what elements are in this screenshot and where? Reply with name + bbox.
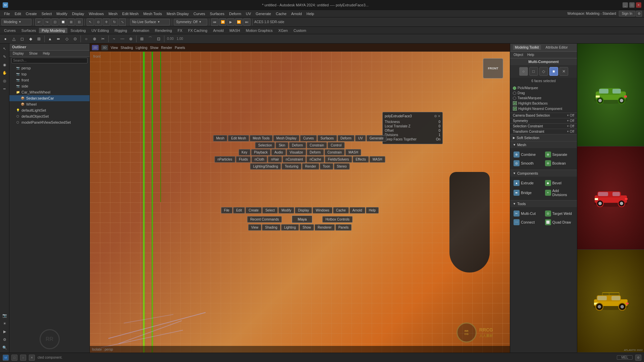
tb-btn-4[interactable]: 🔲 xyxy=(59,18,67,26)
hotbox-surfaces[interactable]: Surfaces xyxy=(318,135,337,141)
mesh-section-header[interactable]: ▼ Mesh xyxy=(510,141,577,148)
mode-object[interactable]: ○ xyxy=(519,67,528,76)
toolkit-help-menu[interactable]: Help xyxy=(526,53,536,57)
hotbox-selection[interactable]: Selection xyxy=(255,142,275,148)
hotbox-render[interactable]: Render xyxy=(302,163,319,170)
tb-btn-3[interactable]: ⊡ xyxy=(51,18,59,26)
flatten-icon[interactable]: ━ xyxy=(1,85,8,93)
hotbox-ncache[interactable]: nCache xyxy=(307,156,324,163)
option-highlight-nearest[interactable]: ✓ Highlight Nearest Component xyxy=(513,106,574,111)
outliner-item-lightset[interactable]: 💡 defaultLightSet xyxy=(9,107,90,113)
menu-generate[interactable]: Generate xyxy=(254,11,273,16)
menu-edit-mesh[interactable]: Edit Mesh xyxy=(120,11,141,16)
sculpt-icon[interactable]: ◉ xyxy=(1,61,8,68)
component-tool-add-divisions[interactable]: + Add Divisions xyxy=(544,188,575,197)
tab-fx[interactable]: FX xyxy=(175,28,185,33)
tool-quad-draw[interactable]: ⬜ Quad Draw xyxy=(544,219,575,226)
playback-play[interactable]: ▶ xyxy=(227,18,234,26)
hotbox-toon[interactable]: Toon xyxy=(320,163,333,170)
hotbox-controls[interactable]: Hotbox Controls xyxy=(322,216,353,223)
select-tool[interactable]: ↖ xyxy=(87,18,94,26)
icontool-combine[interactable]: ⋯ xyxy=(118,35,126,43)
outliner-item-carwheel[interactable]: 📁 Car_WheelWheel xyxy=(9,89,90,95)
rotate-tool[interactable]: ↻ xyxy=(111,18,118,26)
menu-cache[interactable]: Cache xyxy=(274,11,288,16)
maximize-button[interactable]: □ xyxy=(629,2,635,8)
highlight-nearest-check[interactable]: ✓ xyxy=(513,107,517,111)
hotbox-panels[interactable]: Panels xyxy=(335,224,352,231)
hotbox-mesh[interactable]: Mesh xyxy=(213,135,227,141)
outliner-item-objectset[interactable]: ⬡ defaultObjectSet xyxy=(9,113,90,119)
component-tool-bridge[interactable]: ⬌ Bridge xyxy=(513,188,543,197)
highlight-backfaces-check[interactable]: ✓ xyxy=(513,101,517,105)
icontool-merge[interactable]: ⊙ xyxy=(71,35,79,43)
settings-button[interactable]: ⚙ xyxy=(636,11,642,17)
icontool-select[interactable]: ● xyxy=(1,35,9,43)
mesh-tool-combine[interactable]: ⊕ Combine xyxy=(513,151,543,158)
tab-mash[interactable]: MASH xyxy=(227,28,243,33)
mode-edge[interactable]: ◇ xyxy=(539,67,548,76)
outliner-item-side[interactable]: 📷 side xyxy=(9,83,90,89)
hotbox-renderer[interactable]: Renderer xyxy=(315,224,335,231)
hotbox-key[interactable]: Key xyxy=(238,149,250,156)
tab-curves[interactable]: Curves xyxy=(1,28,18,33)
tab-motion-graphics[interactable]: Motion Graphics xyxy=(243,28,275,33)
mesh-tool-boolean[interactable]: ⊖ Boolean xyxy=(544,160,575,167)
tab-modeling-toolkit[interactable]: Modeling Toolkit xyxy=(513,45,541,50)
tb-btn-5[interactable]: ⊞ xyxy=(67,18,75,26)
viewport-menu-view[interactable]: View xyxy=(111,46,118,50)
tab-rigging[interactable]: Rigging xyxy=(112,28,130,33)
hotbox-shading[interactable]: Shading xyxy=(262,224,280,231)
mesh-tool-separate[interactable]: ⊗ Separate xyxy=(544,151,575,158)
search-icon[interactable]: 🔍 xyxy=(1,344,8,351)
outliner-item-sedan[interactable]: 📦 Sedan:sedanCar xyxy=(9,95,90,101)
outliner-item-panel-viewset[interactable]: ⬡ modelPanel4ViewSelectedSet xyxy=(9,119,90,125)
icontool-ring[interactable]: ⊕ xyxy=(91,35,99,43)
component-tool-bevel[interactable]: ◆ Bevel xyxy=(544,179,575,187)
menu-mesh-tools[interactable]: Mesh Tools xyxy=(141,11,164,16)
pick-marquee-radio[interactable] xyxy=(513,86,516,90)
camera-icon[interactable]: 📷 xyxy=(1,312,8,319)
tweak-marquee-radio[interactable] xyxy=(513,97,516,100)
hotbox-uv[interactable]: UV xyxy=(355,135,366,141)
icontool-bridge[interactable]: ⬌ xyxy=(54,35,62,43)
outliner-item-front[interactable]: 📷 front xyxy=(9,77,90,83)
hotbox-mash[interactable]: MASH xyxy=(345,149,361,156)
playback-start[interactable]: ⏮ xyxy=(211,18,218,26)
grab-icon[interactable]: ✋ xyxy=(1,69,8,76)
hotbox-lighting[interactable]: Lighting/Shading xyxy=(250,163,281,170)
option-drag[interactable]: Drag xyxy=(513,90,574,96)
icontool-separate[interactable]: ⊗ xyxy=(127,35,135,43)
menu-select[interactable]: Select xyxy=(40,11,54,16)
components-section-header[interactable]: ▼ Components xyxy=(510,170,577,177)
hotbox-audio[interactable]: Audio xyxy=(271,149,286,156)
minimize-button[interactable]: _ xyxy=(623,2,628,8)
viewport-menu-render[interactable]: Render xyxy=(161,46,172,50)
tab-surfaces[interactable]: Surfaces xyxy=(19,28,39,33)
icontool-uv[interactable]: ⊞ xyxy=(35,35,43,43)
select-mode-icon[interactable]: ↖ xyxy=(1,45,8,52)
hotbox-mash2[interactable]: MASH xyxy=(370,156,385,163)
viewport-menu-show[interactable]: Show xyxy=(150,46,158,50)
hotbox-cache[interactable]: Cache xyxy=(333,207,349,214)
drag-radio[interactable] xyxy=(513,92,516,95)
lasso-tool[interactable]: ⊙ xyxy=(95,18,102,26)
outliner-show-menu[interactable]: Show xyxy=(28,51,39,56)
light-icon[interactable]: ☀ xyxy=(1,320,8,327)
hotbox-playback[interactable]: Playback xyxy=(251,149,271,156)
tab-xgen[interactable]: XGen xyxy=(276,28,290,33)
hotbox-modify[interactable]: Modify xyxy=(278,207,294,214)
viewport-menu-shading[interactable]: Shading xyxy=(121,46,133,50)
hotbox-deform2[interactable]: Deform xyxy=(289,142,306,148)
menu-edit[interactable]: Edit xyxy=(13,11,23,16)
option-tweak-marquee[interactable]: Tweak/Marquee xyxy=(513,96,574,101)
viewport-menu-panels[interactable]: Panels xyxy=(175,46,185,50)
menu-curves[interactable]: Curves xyxy=(192,11,207,16)
menu-create[interactable]: Create xyxy=(24,11,39,16)
icontool-multicut[interactable]: ✂ xyxy=(99,35,107,43)
hotbox-constrain[interactable]: Constrain xyxy=(307,142,327,148)
hotbox-select[interactable]: Select xyxy=(262,207,278,214)
viewport[interactable]: 2D 3D View Shading Lighting Show Render … xyxy=(90,44,510,353)
hotbox-mesh-tools[interactable]: Mesh Tools xyxy=(250,135,272,141)
menu-mesh-display[interactable]: Mesh Display xyxy=(165,11,191,16)
